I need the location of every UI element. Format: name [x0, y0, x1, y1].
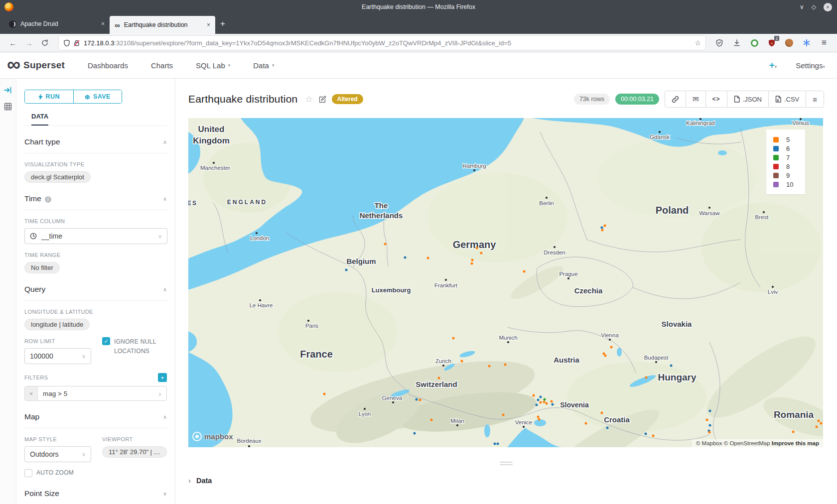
earthquake-point[interactable]: [476, 247, 478, 250]
adblocker-shield-icon[interactable]: u 2: [767, 38, 777, 48]
reload-button[interactable]: [38, 36, 52, 50]
earthquake-point[interactable]: [670, 365, 673, 367]
improve-map-link[interactable]: Improve this map: [772, 440, 819, 446]
section-chart-type[interactable]: Chart type ∧: [24, 137, 167, 153]
section-map[interactable]: Map ∧: [24, 412, 167, 428]
earthquake-point[interactable]: [552, 403, 554, 406]
map-style-select[interactable]: Outdoors ∨: [24, 446, 91, 462]
earthquake-point[interactable]: [601, 412, 603, 414]
earthquake-point[interactable]: [536, 404, 538, 406]
earthquake-point[interactable]: [419, 399, 421, 401]
legend-item[interactable]: 10: [773, 180, 805, 189]
earthquake-point[interactable]: [480, 252, 483, 254]
save-to-pocket-icon[interactable]: [714, 38, 724, 48]
nav-dashboards[interactable]: Dashboards: [88, 61, 128, 70]
earthquake-point[interactable]: [645, 433, 647, 435]
back-button[interactable]: ←: [6, 36, 20, 50]
earthquake-point[interactable]: [540, 396, 542, 398]
basemap[interactable]: ManchesterLondonLe HavreParisBordeauxLyo…: [188, 118, 823, 447]
earthquake-point[interactable]: [546, 402, 548, 405]
legend-item[interactable]: 7: [773, 153, 805, 162]
downloads-icon[interactable]: [732, 38, 742, 48]
earthquake-point[interactable]: [604, 355, 607, 357]
earthquake-point[interactable]: [533, 394, 535, 397]
bookmark-star-icon[interactable]: ☆: [695, 39, 701, 47]
earthquake-point[interactable]: [708, 431, 711, 434]
earthquake-point[interactable]: [430, 419, 433, 421]
add-new-button[interactable]: +▾: [769, 60, 777, 71]
earthquake-point[interactable]: [645, 377, 648, 379]
earthquake-point[interactable]: [709, 410, 711, 412]
favorite-star-icon[interactable]: ☆: [305, 94, 313, 105]
viewport-value[interactable]: 11° 28' 29.70" | 50...: [102, 446, 167, 458]
earthquake-point[interactable]: [384, 243, 387, 246]
earthquake-point[interactable]: [706, 419, 708, 421]
tab-earthquake-distribution[interactable]: ∞ Earthquake distribution ×: [110, 16, 215, 34]
url-text[interactable]: 172.18.0.3:32108/superset/explore/?form_…: [84, 39, 691, 47]
earthquake-point[interactable]: [816, 426, 818, 428]
window-maximize-icon[interactable]: ◇: [812, 3, 816, 10]
legend-item[interactable]: 9: [773, 171, 805, 180]
earthquake-point[interactable]: [537, 416, 540, 418]
earthquake-point[interactable]: [603, 353, 605, 355]
earthquake-point[interactable]: [452, 337, 455, 340]
earthquake-point[interactable]: [497, 443, 499, 445]
window-minimize-icon[interactable]: ∨: [800, 3, 804, 10]
superset-brand[interactable]: Superset: [23, 60, 65, 71]
export-csv-button[interactable]: .CSV: [768, 91, 806, 107]
attribution-text[interactable]: © Mapbox © OpenStreetMap: [696, 440, 770, 446]
time-range-value[interactable]: No filter: [24, 262, 60, 273]
nav-data[interactable]: Data▾: [253, 61, 274, 70]
earthquake-point[interactable]: [538, 418, 541, 421]
nav-charts[interactable]: Charts: [151, 61, 173, 70]
earthquake-point[interactable]: [416, 398, 418, 401]
earthquake-point[interactable]: [471, 259, 474, 261]
chart-menu-button[interactable]: ≡: [806, 91, 824, 107]
earthquake-point[interactable]: [652, 435, 655, 437]
datasource-grid-icon[interactable]: [4, 103, 12, 111]
legend-item[interactable]: 8: [773, 162, 805, 171]
mapbox-logo[interactable]: mapbox: [192, 432, 233, 441]
earthquake-point[interactable]: [606, 427, 609, 429]
browser-menu-icon[interactable]: ≡: [819, 38, 829, 48]
panel-resize-handle[interactable]: [500, 460, 513, 467]
earthquake-point[interactable]: [537, 399, 540, 401]
deckgl-map[interactable]: ManchesterLondonLe HavreParisBordeauxLyo…: [188, 118, 823, 447]
extension-green-icon[interactable]: [749, 38, 759, 48]
auto-zoom-checkbox[interactable]: [24, 469, 32, 477]
earthquake-point[interactable]: [345, 269, 348, 271]
expand-panel-icon[interactable]: [4, 87, 12, 94]
copy-link-button[interactable]: [665, 91, 686, 107]
earthquake-point[interactable]: [438, 377, 440, 379]
section-query[interactable]: Query ∧: [24, 285, 167, 301]
settings-menu[interactable]: Settings▾: [796, 61, 825, 70]
shield-permissions-icon[interactable]: [63, 39, 70, 47]
add-filter-button[interactable]: +: [158, 373, 167, 382]
time-column-select[interactable]: __time ∨: [24, 228, 167, 244]
earthquake-point[interactable]: [404, 256, 407, 259]
earthquake-point[interactable]: [494, 443, 496, 445]
earthquake-point[interactable]: [488, 365, 491, 368]
lonlat-value[interactable]: longitude | latitude: [24, 319, 90, 330]
url-bar[interactable]: 172.18.0.3:32108/superset/explore/?form_…: [59, 36, 705, 50]
earthquake-point[interactable]: [820, 422, 823, 425]
tab-data[interactable]: DATA: [31, 113, 48, 126]
earthquake-point[interactable]: [461, 360, 463, 363]
window-close-icon[interactable]: ×: [824, 3, 832, 11]
earthquake-point[interactable]: [551, 400, 553, 403]
earthquake-point[interactable]: [502, 414, 505, 416]
row-limit-select[interactable]: 100000 ∨: [24, 348, 91, 364]
email-button[interactable]: ✉: [686, 91, 705, 107]
asterisk-extension-icon[interactable]: [802, 38, 812, 48]
earthquake-point[interactable]: [601, 229, 604, 232]
earthquake-point[interactable]: [543, 401, 546, 403]
earthquake-point[interactable]: [427, 257, 429, 259]
section-time[interactable]: Timei ∧: [24, 194, 167, 210]
earthquake-point[interactable]: [585, 422, 587, 425]
forward-button[interactable]: →: [22, 36, 36, 50]
insecure-lock-icon[interactable]: [73, 39, 80, 47]
nav-sql-lab[interactable]: SQL Lab▾: [196, 61, 230, 70]
tab-close-icon[interactable]: ×: [207, 21, 210, 28]
data-panel-toggle[interactable]: › Data: [188, 476, 212, 485]
chevron-right-icon[interactable]: ›: [153, 386, 166, 400]
